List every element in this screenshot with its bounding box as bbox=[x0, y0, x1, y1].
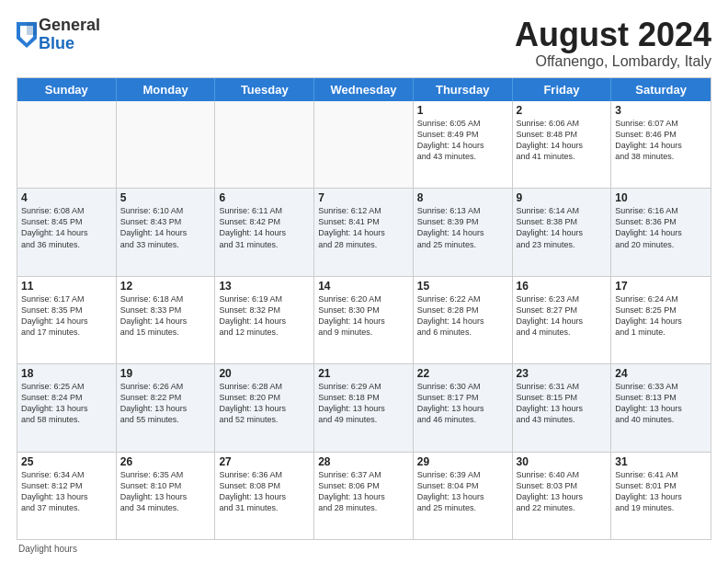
cal-cell-day-1: 1Sunrise: 6:05 AM Sunset: 8:49 PM Daylig… bbox=[414, 101, 513, 188]
day-number: 8 bbox=[417, 191, 508, 204]
day-info: Sunrise: 6:10 AM Sunset: 8:43 PM Dayligh… bbox=[120, 205, 211, 250]
cal-cell-empty-0-0 bbox=[17, 101, 117, 188]
cal-cell-day-28: 28Sunrise: 6:37 AM Sunset: 8:06 PM Dayli… bbox=[314, 453, 414, 539]
cal-cell-day-14: 14Sunrise: 6:20 AM Sunset: 8:30 PM Dayli… bbox=[314, 277, 414, 363]
day-number: 27 bbox=[219, 455, 310, 468]
day-number: 10 bbox=[615, 191, 707, 204]
logo-text: General Blue bbox=[39, 17, 100, 53]
day-info: Sunrise: 6:24 AM Sunset: 8:25 PM Dayligh… bbox=[615, 293, 707, 339]
day-number: 16 bbox=[517, 280, 608, 293]
day-number: 6 bbox=[219, 191, 310, 204]
day-number: 30 bbox=[517, 455, 608, 468]
cal-cell-day-29: 29Sunrise: 6:39 AM Sunset: 8:04 PM Dayli… bbox=[414, 453, 513, 539]
month-title: August 2024 bbox=[515, 17, 711, 53]
day-info: Sunrise: 6:35 AM Sunset: 8:10 PM Dayligh… bbox=[120, 469, 211, 514]
cal-cell-day-25: 25Sunrise: 6:34 AM Sunset: 8:12 PM Dayli… bbox=[17, 453, 117, 539]
day-info: Sunrise: 6:29 AM Sunset: 8:18 PM Dayligh… bbox=[318, 381, 409, 426]
cal-row-2: 11Sunrise: 6:17 AM Sunset: 8:35 PM Dayli… bbox=[17, 276, 711, 363]
day-number: 24 bbox=[615, 367, 707, 380]
day-info: Sunrise: 6:22 AM Sunset: 8:28 PM Dayligh… bbox=[417, 293, 508, 339]
day-number: 17 bbox=[615, 280, 707, 293]
cal-cell-day-11: 11Sunrise: 6:17 AM Sunset: 8:35 PM Dayli… bbox=[17, 277, 117, 363]
day-number: 2 bbox=[517, 104, 608, 117]
cal-cell-day-19: 19Sunrise: 6:26 AM Sunset: 8:22 PM Dayli… bbox=[117, 364, 216, 451]
cal-cell-day-2: 2Sunrise: 6:06 AM Sunset: 8:48 PM Daylig… bbox=[513, 101, 612, 188]
day-number: 22 bbox=[417, 367, 508, 380]
cal-header-thursday: Thursday bbox=[414, 78, 513, 101]
day-number: 25 bbox=[21, 455, 112, 468]
cal-cell-day-16: 16Sunrise: 6:23 AM Sunset: 8:27 PM Dayli… bbox=[513, 277, 612, 363]
svg-marker-2 bbox=[27, 22, 37, 35]
cal-cell-day-4: 4Sunrise: 6:08 AM Sunset: 8:45 PM Daylig… bbox=[17, 189, 117, 275]
header: General Blue August 2024 Offanengo, Lomb… bbox=[17, 17, 711, 70]
day-number: 26 bbox=[120, 455, 211, 468]
logo: General Blue bbox=[17, 17, 100, 53]
day-number: 18 bbox=[21, 367, 112, 380]
day-info: Sunrise: 6:31 AM Sunset: 8:15 PM Dayligh… bbox=[517, 381, 608, 426]
day-info: Sunrise: 6:19 AM Sunset: 8:32 PM Dayligh… bbox=[219, 293, 310, 339]
cal-cell-day-18: 18Sunrise: 6:25 AM Sunset: 8:24 PM Dayli… bbox=[17, 364, 117, 451]
title-block: August 2024 Offanengo, Lombardy, Italy bbox=[515, 17, 711, 70]
day-info: Sunrise: 6:07 AM Sunset: 8:46 PM Dayligh… bbox=[615, 118, 707, 163]
day-info: Sunrise: 6:11 AM Sunset: 8:42 PM Dayligh… bbox=[219, 205, 310, 250]
cal-header-saturday: Saturday bbox=[611, 78, 711, 101]
day-number: 19 bbox=[120, 367, 211, 380]
day-info: Sunrise: 6:12 AM Sunset: 8:41 PM Dayligh… bbox=[318, 205, 409, 250]
day-number: 7 bbox=[318, 191, 409, 204]
cal-row-3: 18Sunrise: 6:25 AM Sunset: 8:24 PM Dayli… bbox=[17, 363, 711, 451]
day-info: Sunrise: 6:41 AM Sunset: 8:01 PM Dayligh… bbox=[615, 469, 707, 514]
day-number: 29 bbox=[417, 455, 508, 468]
day-info: Sunrise: 6:06 AM Sunset: 8:48 PM Dayligh… bbox=[517, 118, 608, 163]
day-info: Sunrise: 6:30 AM Sunset: 8:17 PM Dayligh… bbox=[417, 381, 508, 426]
day-number: 15 bbox=[417, 280, 508, 293]
cal-header-tuesday: Tuesday bbox=[215, 78, 314, 101]
cal-cell-day-6: 6Sunrise: 6:11 AM Sunset: 8:42 PM Daylig… bbox=[215, 189, 314, 275]
cal-header-friday: Friday bbox=[513, 78, 612, 101]
day-number: 13 bbox=[219, 280, 310, 293]
cal-cell-day-31: 31Sunrise: 6:41 AM Sunset: 8:01 PM Dayli… bbox=[611, 453, 711, 539]
cal-cell-day-7: 7Sunrise: 6:12 AM Sunset: 8:41 PM Daylig… bbox=[314, 189, 414, 275]
day-info: Sunrise: 6:13 AM Sunset: 8:39 PM Dayligh… bbox=[417, 205, 508, 250]
day-info: Sunrise: 6:20 AM Sunset: 8:30 PM Dayligh… bbox=[318, 293, 409, 339]
cal-cell-day-15: 15Sunrise: 6:22 AM Sunset: 8:28 PM Dayli… bbox=[414, 277, 513, 363]
day-info: Sunrise: 6:28 AM Sunset: 8:20 PM Dayligh… bbox=[219, 381, 310, 426]
cal-cell-day-12: 12Sunrise: 6:18 AM Sunset: 8:33 PM Dayli… bbox=[117, 277, 216, 363]
logo-general-text: General bbox=[39, 17, 100, 35]
cal-cell-day-20: 20Sunrise: 6:28 AM Sunset: 8:20 PM Dayli… bbox=[215, 364, 314, 451]
cal-cell-day-22: 22Sunrise: 6:30 AM Sunset: 8:17 PM Dayli… bbox=[414, 364, 513, 451]
day-info: Sunrise: 6:17 AM Sunset: 8:35 PM Dayligh… bbox=[21, 293, 112, 339]
cal-header-wednesday: Wednesday bbox=[314, 78, 414, 101]
day-number: 28 bbox=[318, 455, 409, 468]
day-number: 9 bbox=[517, 191, 608, 204]
cal-cell-day-3: 3Sunrise: 6:07 AM Sunset: 8:46 PM Daylig… bbox=[611, 101, 711, 188]
day-number: 4 bbox=[21, 191, 112, 204]
day-info: Sunrise: 6:34 AM Sunset: 8:12 PM Dayligh… bbox=[21, 469, 112, 514]
cal-cell-day-5: 5Sunrise: 6:10 AM Sunset: 8:43 PM Daylig… bbox=[117, 189, 216, 275]
cal-cell-empty-0-2 bbox=[215, 101, 314, 188]
cal-header-monday: Monday bbox=[117, 78, 216, 101]
cal-cell-day-24: 24Sunrise: 6:33 AM Sunset: 8:13 PM Dayli… bbox=[611, 364, 711, 451]
cal-cell-day-30: 30Sunrise: 6:40 AM Sunset: 8:03 PM Dayli… bbox=[513, 453, 612, 539]
calendar-body: 1Sunrise: 6:05 AM Sunset: 8:49 PM Daylig… bbox=[17, 101, 711, 539]
logo-blue-text: Blue bbox=[39, 35, 100, 53]
day-number: 1 bbox=[417, 104, 508, 117]
cal-row-1: 4Sunrise: 6:08 AM Sunset: 8:45 PM Daylig… bbox=[17, 188, 711, 275]
day-number: 31 bbox=[615, 455, 707, 468]
cal-cell-day-27: 27Sunrise: 6:36 AM Sunset: 8:08 PM Dayli… bbox=[215, 453, 314, 539]
day-number: 20 bbox=[219, 367, 310, 380]
day-info: Sunrise: 6:36 AM Sunset: 8:08 PM Dayligh… bbox=[219, 469, 310, 514]
calendar: SundayMondayTuesdayWednesdayThursdayFrid… bbox=[17, 77, 711, 540]
day-info: Sunrise: 6:14 AM Sunset: 8:38 PM Dayligh… bbox=[517, 205, 608, 250]
cal-cell-day-21: 21Sunrise: 6:29 AM Sunset: 8:18 PM Dayli… bbox=[314, 364, 414, 451]
cal-row-4: 25Sunrise: 6:34 AM Sunset: 8:12 PM Dayli… bbox=[17, 452, 711, 539]
cal-cell-day-13: 13Sunrise: 6:19 AM Sunset: 8:32 PM Dayli… bbox=[215, 277, 314, 363]
day-number: 14 bbox=[318, 280, 409, 293]
cal-header-sunday: Sunday bbox=[17, 78, 117, 101]
cal-cell-day-23: 23Sunrise: 6:31 AM Sunset: 8:15 PM Dayli… bbox=[513, 364, 612, 451]
day-info: Sunrise: 6:37 AM Sunset: 8:06 PM Dayligh… bbox=[318, 469, 409, 514]
day-number: 12 bbox=[120, 280, 211, 293]
day-number: 3 bbox=[615, 104, 707, 117]
day-info: Sunrise: 6:33 AM Sunset: 8:13 PM Dayligh… bbox=[615, 381, 707, 426]
day-info: Sunrise: 6:08 AM Sunset: 8:45 PM Dayligh… bbox=[21, 205, 112, 250]
day-info: Sunrise: 6:05 AM Sunset: 8:49 PM Dayligh… bbox=[417, 118, 508, 163]
